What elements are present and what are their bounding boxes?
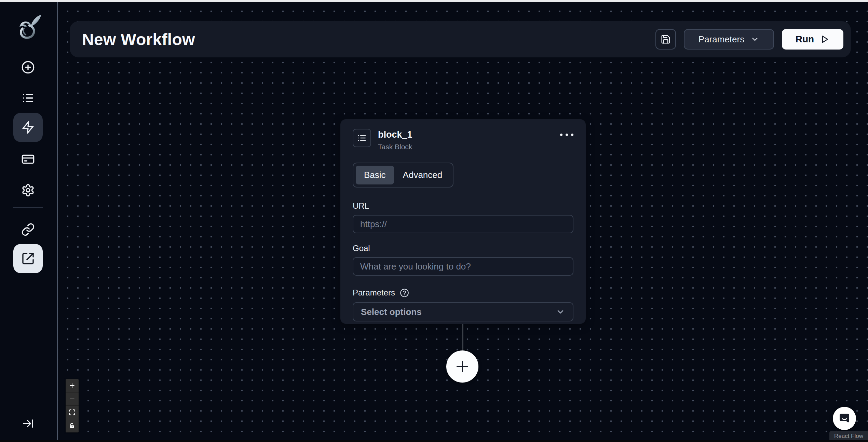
dragon-logo[interactable] [14, 13, 42, 42]
credit-card-icon [21, 152, 35, 166]
node-title: block_1 [378, 129, 412, 140]
sidebar-item-external[interactable] [13, 244, 43, 273]
sidebar-collapse-button[interactable] [16, 412, 40, 436]
help-circle-icon[interactable] [400, 288, 409, 298]
dragon-logo-icon [14, 13, 42, 42]
sidebar-item-credentials[interactable] [13, 144, 43, 174]
canvas-controls [66, 379, 79, 432]
node-type-label: Task Block [378, 143, 412, 151]
play-icon [819, 34, 830, 44]
edge-connector [462, 324, 463, 353]
gear-icon [21, 183, 35, 197]
window-top-edge [0, 0, 868, 2]
parameters-label: Parameters [353, 288, 395, 298]
sidebar-divider [13, 207, 43, 208]
task-block-node[interactable]: block_1 Task Block Basic Advanced URL Go… [340, 119, 586, 324]
attribution-label: React Flow [834, 433, 863, 440]
plus-circle-icon [21, 60, 35, 74]
chat-bubble-icon [837, 411, 852, 426]
page-title: New Workflow [82, 30, 195, 49]
zoom-out-button[interactable] [66, 392, 79, 406]
node-titles: block_1 Task Block [378, 129, 412, 151]
run-button-label: Run [796, 34, 814, 45]
add-block-button[interactable] [446, 350, 478, 383]
minus-icon [69, 396, 76, 402]
fit-view-button[interactable] [66, 406, 79, 419]
workflow-canvas[interactable]: New Workflow Parameters Run [58, 2, 868, 440]
lightning-icon [21, 121, 35, 134]
sidebar [0, 2, 58, 440]
node-header: block_1 Task Block [353, 129, 573, 151]
run-button[interactable]: Run [782, 29, 843, 50]
link-icon [21, 223, 35, 236]
goal-input[interactable] [353, 257, 573, 276]
sidebar-item-workflows[interactable] [13, 113, 43, 142]
save-floppy-icon [661, 34, 671, 44]
parameters-button-label: Parameters [699, 34, 744, 45]
arrow-right-to-line-icon [22, 417, 34, 430]
list-icon [357, 133, 367, 143]
url-label: URL [353, 201, 573, 211]
parameters-select[interactable]: Select options [353, 302, 573, 321]
parameters-select-placeholder: Select options [361, 307, 422, 317]
workflow-header: New Workflow Parameters Run [70, 21, 851, 57]
tab-advanced[interactable]: Advanced [395, 166, 451, 184]
fit-view-icon [69, 409, 76, 416]
chevron-down-icon [556, 307, 565, 317]
parameters-label-row: Parameters [353, 288, 573, 298]
sidebar-item-runs[interactable] [13, 83, 43, 113]
window-bottom-edge [0, 440, 868, 442]
lock-interactivity-button[interactable] [66, 419, 79, 432]
zoom-in-button[interactable] [66, 379, 79, 392]
chat-widget-button[interactable] [833, 407, 856, 430]
lock-icon [69, 423, 76, 429]
url-input[interactable] [353, 215, 573, 233]
plus-icon [453, 358, 471, 375]
list-icon [21, 91, 35, 105]
ellipsis-menu-icon[interactable] [560, 129, 573, 136]
sidebar-item-api-link[interactable] [13, 215, 43, 244]
save-button[interactable] [655, 29, 676, 50]
header-actions: Parameters Run [655, 29, 843, 50]
tab-basic[interactable]: Basic [356, 166, 394, 184]
plus-icon [69, 382, 76, 389]
app-window: New Workflow Parameters Run [0, 0, 868, 442]
node-tabs: Basic Advanced [353, 163, 453, 188]
sidebar-item-settings[interactable] [13, 176, 43, 205]
block-type-iconbox [353, 129, 371, 147]
sidebar-item-create[interactable] [13, 53, 43, 82]
parameters-button[interactable]: Parameters [684, 29, 774, 50]
chevron-down-icon [750, 35, 759, 44]
external-link-icon [21, 252, 35, 265]
goal-label: Goal [353, 244, 573, 253]
